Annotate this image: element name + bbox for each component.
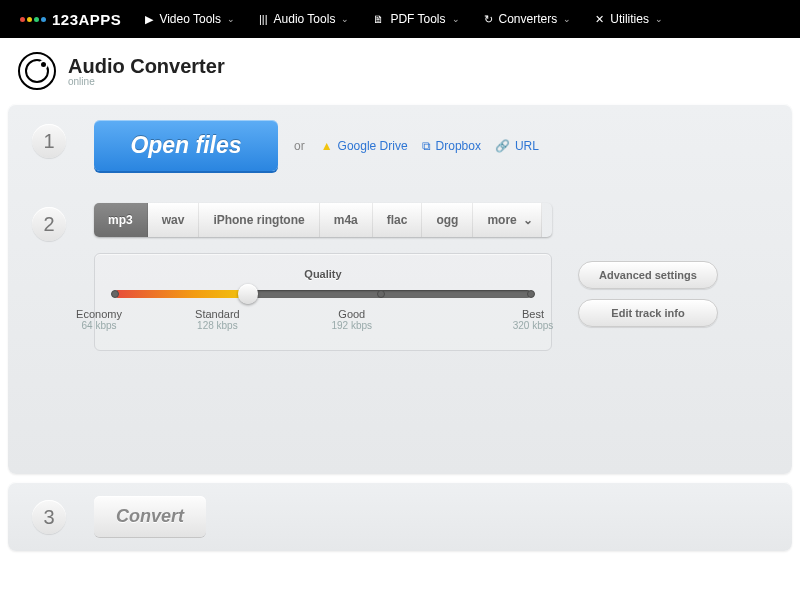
audio-icon: |||: [259, 13, 268, 25]
brand-text: 123APPS: [52, 11, 121, 28]
step-number: 3: [32, 500, 66, 534]
dropbox-icon: ⧉: [422, 139, 431, 153]
nav-label: Audio Tools: [274, 12, 336, 26]
link-icon: 🔗: [495, 139, 510, 153]
source-link[interactable]: 🔗URL: [495, 139, 539, 153]
quality-panel: Quality Economy64 kbpsStandard128 kbpsGo…: [94, 253, 552, 351]
chevron-down-icon: ⌄: [563, 14, 571, 24]
quality-label-best: Best320 kbps: [503, 308, 563, 331]
step-3-panel: 3 Convert: [8, 482, 792, 551]
format-tab-m4a[interactable]: m4a: [320, 203, 373, 237]
step-2: 2 mp3waviPhone ringtonem4aflacoggmore Qu…: [8, 187, 792, 367]
chevron-down-icon: ⌄: [341, 14, 349, 24]
format-tab-more[interactable]: more: [473, 203, 541, 237]
quality-label-good: Good192 kbps: [322, 308, 382, 331]
edit-track-info-button[interactable]: Edit track info: [578, 299, 718, 327]
quality-title: Quality: [113, 268, 533, 280]
chevron-down-icon: ⌄: [655, 14, 663, 24]
disc-icon: [18, 52, 56, 90]
slider-handle[interactable]: [238, 284, 258, 304]
video-icon: ▶: [145, 13, 153, 26]
page-header: Audio Converter online: [0, 38, 800, 104]
util-icon: ✕: [595, 13, 604, 26]
source-label: URL: [515, 139, 539, 153]
source-gdrive[interactable]: ▲Google Drive: [321, 139, 408, 153]
format-tab-ogg[interactable]: ogg: [422, 203, 473, 237]
convert-button[interactable]: Convert: [94, 496, 206, 537]
topbar: 123APPS ▶Video Tools⌄|||Audio Tools⌄🗎PDF…: [0, 0, 800, 38]
nav-pdf[interactable]: 🗎PDF Tools⌄: [373, 12, 459, 26]
step-number: 1: [32, 124, 66, 158]
main-panel: 1 Open files or ▲Google Drive⧉Dropbox🔗UR…: [8, 104, 792, 474]
logo-dots-icon: [20, 17, 46, 22]
advanced-settings-button[interactable]: Advanced settings: [578, 261, 718, 289]
slider-fill: [115, 290, 248, 298]
or-label: or: [294, 139, 305, 153]
nav-label: PDF Tools: [390, 12, 445, 26]
brand-logo[interactable]: 123APPS: [20, 11, 121, 28]
source-label: Google Drive: [338, 139, 408, 153]
nav-convert[interactable]: ↻Converters⌄: [484, 12, 572, 26]
chevron-down-icon: ⌄: [227, 14, 235, 24]
quality-label-standard: Standard128 kbps: [187, 308, 247, 331]
format-tab-wav[interactable]: wav: [148, 203, 200, 237]
open-files-button[interactable]: Open files: [94, 120, 278, 171]
page-title: Audio Converter: [68, 55, 225, 78]
quality-slider[interactable]: [115, 290, 531, 298]
source-dropbox[interactable]: ⧉Dropbox: [422, 139, 481, 153]
step-3: 3 Convert: [8, 482, 792, 551]
nav-label: Converters: [499, 12, 558, 26]
nav-util[interactable]: ✕Utilities⌄: [595, 12, 663, 26]
nav-label: Utilities: [610, 12, 649, 26]
nav-audio[interactable]: |||Audio Tools⌄: [259, 12, 349, 26]
quality-label-economy: Economy64 kbps: [69, 308, 129, 331]
convert-icon: ↻: [484, 13, 493, 26]
source-label: Dropbox: [436, 139, 481, 153]
nav-video[interactable]: ▶Video Tools⌄: [145, 12, 235, 26]
step-1: 1 Open files or ▲Google Drive⧉Dropbox🔗UR…: [8, 104, 792, 187]
chevron-down-icon: ⌄: [452, 14, 460, 24]
gdrive-icon: ▲: [321, 139, 333, 153]
nav-label: Video Tools: [159, 12, 221, 26]
format-tab-iPhone-ringtone[interactable]: iPhone ringtone: [199, 203, 319, 237]
step-number: 2: [32, 207, 66, 241]
pdf-icon: 🗎: [373, 13, 384, 25]
format-tab-flac[interactable]: flac: [373, 203, 423, 237]
format-tabs: mp3waviPhone ringtonem4aflacoggmore: [94, 203, 552, 237]
format-tab-mp3[interactable]: mp3: [94, 203, 148, 237]
